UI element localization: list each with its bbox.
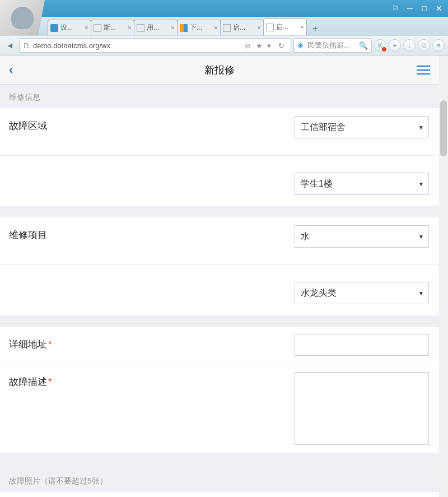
search-box[interactable]: ❋ 民警负伤追... 🔍 [293, 38, 372, 53]
tab-bar: 设... × 斯... × 用... × 下... × 启... × 启... … [0, 17, 448, 35]
menu-button[interactable] [417, 66, 430, 75]
scrollbar-thumb[interactable] [440, 100, 447, 156]
select-value: 水 [301, 231, 310, 243]
new-tab-button[interactable]: + [309, 22, 322, 35]
refresh-icon[interactable]: ↻ [278, 41, 287, 50]
browser-tab-0[interactable]: 设... × [48, 20, 91, 35]
page-content: ‹ 新报修 维修信息 故障区域 工信部宿舍 [0, 55, 439, 497]
page-icon [94, 24, 101, 32]
required-mark: * [48, 377, 52, 387]
tab-title: 斯... [104, 23, 127, 32]
description-label: 故障描述* [9, 372, 121, 388]
page-icon [137, 24, 144, 32]
tab-icon [50, 24, 58, 32]
tab-close-icon[interactable]: × [128, 24, 132, 32]
browser-logo-icon[interactable] [0, 0, 45, 35]
ext-button-down[interactable]: ↓ [403, 39, 416, 52]
repair-item-label: 维修项目 [9, 225, 121, 241]
browser-tab-3[interactable]: 下... × [177, 20, 221, 35]
select-value: 工信部宿舍 [301, 122, 346, 133]
back-button[interactable]: ‹ [9, 63, 26, 77]
select-value: 水龙头类 [301, 287, 337, 299]
address-label-text: 详细地址 [9, 339, 47, 350]
description-label-text: 故障描述 [9, 377, 47, 387]
repair-item-select-2[interactable]: 水龙头类 [295, 282, 429, 304]
tab-title: 启... [233, 23, 256, 32]
browser-tab-1[interactable]: 斯... × [91, 20, 134, 35]
tab-close-icon[interactable]: × [171, 24, 175, 32]
dropdown-icon[interactable]: ▾ [267, 41, 276, 50]
paw-icon: ❋ [297, 41, 305, 50]
address-bar: ◄ 🗋 demo.dotnetcms.org/wx ⊘ ★ ▾ ↻ ❋ 民警负伤… [0, 35, 448, 55]
address-label: 详细地址* [9, 335, 121, 351]
tab-title: 设... [60, 23, 83, 32]
close-window-button[interactable]: ✕ [432, 3, 446, 14]
fault-area-group: 故障区域 工信部宿舍 学生1楼 [0, 108, 439, 206]
fault-area-select-2[interactable]: 学生1楼 [295, 173, 429, 195]
ext-button-menu[interactable]: ≡ [432, 39, 445, 52]
fault-area-label: 故障区域 [9, 116, 121, 132]
minimize-button[interactable]: ─ [403, 3, 417, 14]
url-text: demo.dotnetcms.org/wx [33, 41, 245, 50]
address-input[interactable] [295, 335, 429, 356]
page-icon [180, 24, 188, 32]
browser-tab-4[interactable]: 启... × [220, 20, 264, 35]
tab-title: 下... [190, 23, 213, 32]
mobile-header: ‹ 新报修 [0, 55, 439, 85]
back-nav-button[interactable]: ◄ [3, 39, 17, 52]
section-maintenance-info: 维修信息 [0, 85, 439, 108]
required-mark: * [48, 339, 52, 350]
url-actions: ⊘ ★ ▾ ↻ [245, 41, 287, 50]
page-icon [223, 24, 231, 32]
ext-button-game[interactable]: ⚇ [418, 39, 430, 52]
tab-close-icon[interactable]: × [257, 24, 261, 32]
ext-button-plus[interactable]: + [389, 39, 401, 52]
detail-group: 详细地址* 故障描述* [0, 327, 439, 453]
page-icon [266, 24, 274, 31]
page-title: 新报修 [204, 63, 235, 77]
url-box[interactable]: 🗋 demo.dotnetcms.org/wx ⊘ ★ ▾ ↻ [19, 38, 291, 53]
star-icon[interactable]: ★ [256, 41, 265, 50]
window-controls: ⚐ ─ □ ✕ [0, 0, 448, 17]
ext-button-k[interactable]: K [374, 39, 386, 52]
browser-tab-2[interactable]: 用... × [134, 20, 178, 35]
repair-item-select-1[interactable]: 水 [295, 225, 429, 248]
browser-window: ⚐ ─ □ ✕ 设... × 斯... × 用... × 下... × 启... [0, 0, 448, 497]
fault-area-select-1[interactable]: 工信部宿舍 [295, 116, 429, 138]
tab-close-icon[interactable]: × [300, 24, 304, 31]
browser-tab-5[interactable]: 启... × [263, 18, 307, 35]
scrollbar-track[interactable] [439, 55, 448, 497]
security-icon: 🗋 [23, 41, 31, 49]
section-photos: 故障照片（请不要超过5张） [0, 468, 439, 492]
notification-icon[interactable]: ⚐ [389, 3, 402, 14]
maximize-button[interactable]: □ [418, 3, 431, 14]
select-value: 学生1楼 [301, 178, 333, 190]
tab-title: 用... [147, 23, 170, 32]
tab-title: 启... [276, 22, 299, 32]
repair-item-group: 维修项目 水 水龙头类 [0, 217, 439, 315]
search-icon[interactable]: 🔍 [359, 41, 368, 50]
description-textarea[interactable] [295, 372, 429, 445]
photo-upload-area[interactable] [0, 492, 439, 497]
shield-icon[interactable]: ⊘ [245, 41, 254, 50]
page-viewport: ‹ 新报修 维修信息 故障区域 工信部宿舍 [0, 55, 448, 497]
tab-close-icon[interactable]: × [85, 24, 88, 32]
tab-close-icon[interactable]: × [214, 24, 218, 32]
search-placeholder: 民警负伤追... [307, 40, 359, 50]
alert-badge-icon [381, 47, 387, 52]
